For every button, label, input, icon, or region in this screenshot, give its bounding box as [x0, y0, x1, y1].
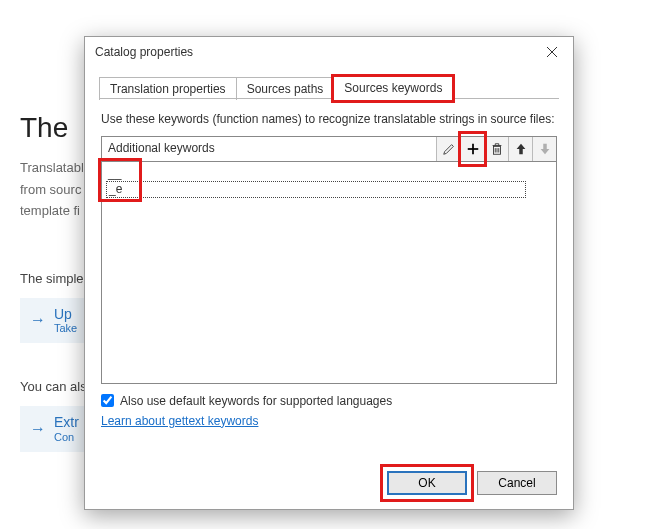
bg-text: Translatabl	[20, 158, 90, 178]
keyword-item-editing[interactable]: _e	[106, 181, 526, 198]
move-up-button[interactable]	[508, 137, 532, 161]
instruction-text: Use these keywords (function names) to r…	[101, 111, 557, 128]
keywords-header: Additional keywords	[101, 136, 557, 162]
checkbox-label: Also use default keywords for supported …	[120, 394, 392, 408]
bg-text: from sourc	[20, 180, 90, 200]
keywords-list[interactable]: __ _e	[101, 162, 557, 384]
button-sublabel: Take	[54, 322, 77, 335]
dialog-footer: OK Cancel	[85, 461, 573, 509]
move-down-button[interactable]	[532, 137, 556, 161]
arrow-up-icon	[514, 142, 528, 156]
trash-icon	[490, 142, 504, 156]
extract-button[interactable]: → Extr Con	[20, 406, 90, 452]
cancel-button[interactable]: Cancel	[477, 471, 557, 495]
learn-gettext-link[interactable]: Learn about gettext keywords	[101, 414, 557, 428]
arrow-down-icon	[538, 142, 552, 156]
dialog-title: Catalog properties	[95, 45, 531, 59]
button-sublabel: Con	[54, 431, 79, 444]
edit-keyword-button[interactable]	[436, 137, 460, 161]
plus-icon	[466, 142, 480, 156]
keyword-item[interactable]: __	[106, 166, 552, 181]
keywords-label: Additional keywords	[102, 137, 436, 161]
catalog-properties-dialog: Catalog properties Translation propertie…	[84, 36, 574, 510]
default-keywords-checkbox[interactable]	[101, 394, 114, 407]
button-label: Extr	[54, 414, 79, 431]
close-button[interactable]	[531, 37, 573, 67]
bg-text: template fi	[20, 201, 90, 221]
update-button[interactable]: → Up Take	[20, 298, 90, 344]
arrow-right-icon: →	[30, 311, 46, 329]
tab-sources-keywords[interactable]: Sources keywords	[333, 76, 453, 100]
ok-button[interactable]: OK	[387, 471, 467, 495]
default-keywords-checkbox-row[interactable]: Also use default keywords for supported …	[101, 394, 557, 408]
delete-keyword-button[interactable]	[484, 137, 508, 161]
button-label: Up	[54, 306, 77, 323]
tab-sources-paths[interactable]: Sources paths	[236, 77, 335, 100]
add-keyword-button[interactable]	[460, 137, 484, 161]
close-icon	[547, 47, 557, 57]
arrow-right-icon: →	[30, 420, 46, 438]
tabs-bar: Translation properties Sources paths Sou…	[85, 67, 573, 99]
pencil-icon	[442, 142, 456, 156]
dialog-titlebar: Catalog properties	[85, 37, 573, 67]
tab-translation-properties[interactable]: Translation properties	[99, 77, 237, 100]
dialog-body: Use these keywords (function names) to r…	[85, 99, 573, 461]
